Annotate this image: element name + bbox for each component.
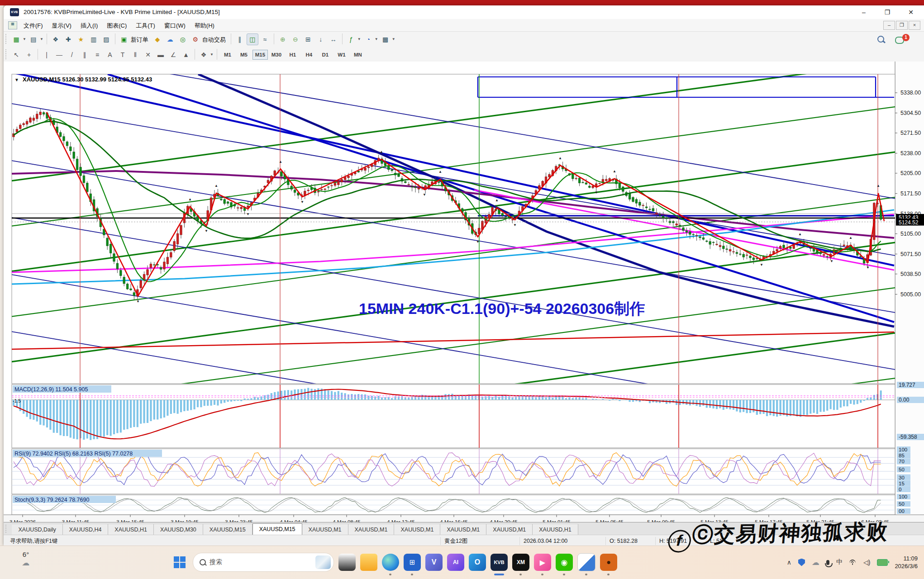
microphone-icon[interactable] xyxy=(826,560,829,565)
dropdown-caret-icon[interactable]: ▼ xyxy=(392,37,395,41)
cursor-icon[interactable]: ↖ xyxy=(10,49,22,61)
mdi-restore-button[interactable]: ❐ xyxy=(896,21,908,30)
xm-app[interactable]: XM xyxy=(512,554,529,571)
close-button[interactable]: ✕ xyxy=(900,5,921,19)
chart-tab-7[interactable]: XAUUSD,M1 xyxy=(348,524,395,535)
menu-item-1[interactable]: 显示(V) xyxy=(48,21,76,31)
start-button[interactable] xyxy=(171,554,188,571)
timeframe-m1[interactable]: M1 xyxy=(220,50,235,60)
kvb-app[interactable]: KVB xyxy=(491,554,508,571)
gann-line-icon[interactable]: ∠ xyxy=(167,49,179,61)
menu-item-3[interactable]: 图表(C) xyxy=(102,21,131,31)
maximize-button[interactable]: ❐ xyxy=(877,5,898,19)
chart-tab-4[interactable]: XAUUSD,M15 xyxy=(203,524,252,535)
microsoft-store[interactable]: ⊞ xyxy=(404,554,421,571)
timeframe-w1[interactable]: W1 xyxy=(334,50,349,60)
new-order-label[interactable]: 新订单 xyxy=(131,36,148,44)
zoom-in-icon[interactable]: ⊕ xyxy=(277,33,289,45)
menu-item-4[interactable]: 工具(T) xyxy=(131,21,160,31)
snip-app[interactable] xyxy=(577,553,595,571)
timeframe-mn[interactable]: MN xyxy=(350,50,366,60)
menu-item-2[interactable]: 插入(I) xyxy=(76,21,102,31)
search-icon[interactable] xyxy=(877,36,884,43)
battery-icon[interactable] xyxy=(877,559,888,566)
mdi-minimize-button[interactable]: – xyxy=(883,21,895,30)
chart-area[interactable]: 5338.005304.505271.505238.005205.005171.… xyxy=(4,62,924,527)
dropdown-caret-icon[interactable]: ▼ xyxy=(40,37,43,41)
timeframe-h1[interactable]: H1 xyxy=(285,50,300,60)
edge-browser[interactable] xyxy=(382,554,399,571)
community-icon[interactable]: ☁ xyxy=(164,33,176,45)
vertical-line-icon[interactable]: | xyxy=(41,49,52,61)
templates-icon[interactable]: ▩ xyxy=(380,33,391,45)
menu-item-5[interactable]: 窗口(W) xyxy=(160,21,190,31)
notification-badge[interactable]: 1 xyxy=(902,34,910,41)
chart-tab-3[interactable]: XAUUSD,M30 xyxy=(154,524,203,535)
ime-indicator[interactable]: 中 xyxy=(836,558,843,566)
task-view[interactable] xyxy=(338,554,356,571)
mdi-close-button[interactable]: × xyxy=(909,21,920,30)
crosshair-icon[interactable]: ✚ xyxy=(62,33,74,45)
chart-tab-2[interactable]: XAUUSD,H1 xyxy=(108,524,154,535)
trendline-icon[interactable]: / xyxy=(66,49,78,61)
volume-icon[interactable]: ◁) xyxy=(863,559,870,566)
chart-tab-11[interactable]: XAUUSD,H1 xyxy=(533,524,578,535)
fibonacci-icon[interactable]: ≡ xyxy=(91,49,103,61)
favorites-icon[interactable]: ★ xyxy=(75,33,87,45)
signals-icon[interactable]: ◎ xyxy=(177,33,189,45)
data-window-icon[interactable]: ▨ xyxy=(100,33,112,45)
security-shield-icon[interactable] xyxy=(798,559,805,566)
print-icon[interactable]: ▤ xyxy=(28,33,39,45)
periods-icon[interactable]: ◔ xyxy=(362,33,374,45)
chart-tab-1[interactable]: XAUUSD,H4 xyxy=(63,524,109,535)
chart-profile-icon[interactable]: ❖ xyxy=(50,33,62,45)
weather-widget[interactable]: 6°☁ xyxy=(10,551,42,568)
text-icon[interactable]: A xyxy=(104,49,116,61)
zoom-out-icon[interactable]: ⊖ xyxy=(290,33,301,45)
cat-app[interactable]: ● xyxy=(600,554,617,571)
taskbar-clock[interactable]: 11:092026/3/6 xyxy=(895,555,918,570)
timeframe-h4[interactable]: H4 xyxy=(301,50,317,60)
teams-app[interactable]: V xyxy=(425,554,443,571)
dropdown-caret-icon[interactable]: ▼ xyxy=(375,37,378,41)
horizontal-line-icon[interactable]: — xyxy=(53,49,65,61)
chart-tab-8[interactable]: XAUUSD,M1 xyxy=(394,524,440,535)
triangle-icon[interactable]: ▲ xyxy=(180,49,192,61)
timeframe-m5[interactable]: M5 xyxy=(236,50,252,60)
file-explorer[interactable] xyxy=(360,554,377,571)
outlook-app[interactable]: O xyxy=(469,554,486,571)
shapes-dropdown-icon[interactable]: ❖ xyxy=(198,49,210,61)
media-app[interactable]: ▶ xyxy=(534,554,551,571)
timeframe-m15[interactable]: M15 xyxy=(252,50,268,60)
line-chart-icon[interactable]: ≈ xyxy=(259,33,271,45)
chart-tab-10[interactable]: XAUUSD,M1 xyxy=(486,524,533,535)
menu-item-6[interactable]: 帮助(H) xyxy=(190,21,219,31)
new-order-icon[interactable]: ▣ xyxy=(118,33,130,45)
dropdown-caret-icon[interactable]: ▼ xyxy=(210,52,214,57)
timeframe-m30[interactable]: M30 xyxy=(269,50,284,60)
auto-scroll-icon[interactable]: ↓ xyxy=(315,33,327,45)
cloud-icon[interactable]: ☁ xyxy=(812,558,819,567)
rectangle-icon[interactable]: ▬ xyxy=(155,49,167,61)
chart-tab-0[interactable]: XAUUSD,Daily xyxy=(12,524,62,535)
chart-tab-6[interactable]: XAUUSD,M1 xyxy=(302,524,348,535)
autotrading-label[interactable]: 自动交易 xyxy=(202,36,226,44)
cycle-lines-icon[interactable]: ⫴ xyxy=(129,49,141,61)
chart-tab-9[interactable]: XAUUSD,M1 xyxy=(440,524,486,535)
new-chart-icon[interactable]: ▦ xyxy=(10,33,22,45)
pattern-icon[interactable]: ✕ xyxy=(142,49,154,61)
wifi-icon[interactable] xyxy=(849,560,857,565)
equidistant-channel-icon[interactable]: ∥ xyxy=(79,49,90,61)
search-box[interactable]: 搜索 xyxy=(193,553,334,572)
indicators-icon[interactable]: ƒ xyxy=(345,33,357,45)
label-icon[interactable]: T xyxy=(117,49,129,61)
dropdown-caret-icon[interactable]: ▼ xyxy=(23,37,26,41)
autotrading-icon[interactable]: ⚙ xyxy=(190,33,201,45)
chart-tab-5[interactable]: XAUUSD,M15 xyxy=(252,523,302,535)
tile-windows-icon[interactable]: ⊞ xyxy=(302,33,314,45)
market-watch-icon[interactable]: ▥ xyxy=(88,33,100,45)
chart-shift-icon[interactable]: ↔ xyxy=(328,33,339,45)
ai-app[interactable]: AI xyxy=(447,554,464,571)
minimize-button[interactable]: – xyxy=(853,5,874,19)
candlestick-chart-icon[interactable]: ◫ xyxy=(247,33,258,45)
